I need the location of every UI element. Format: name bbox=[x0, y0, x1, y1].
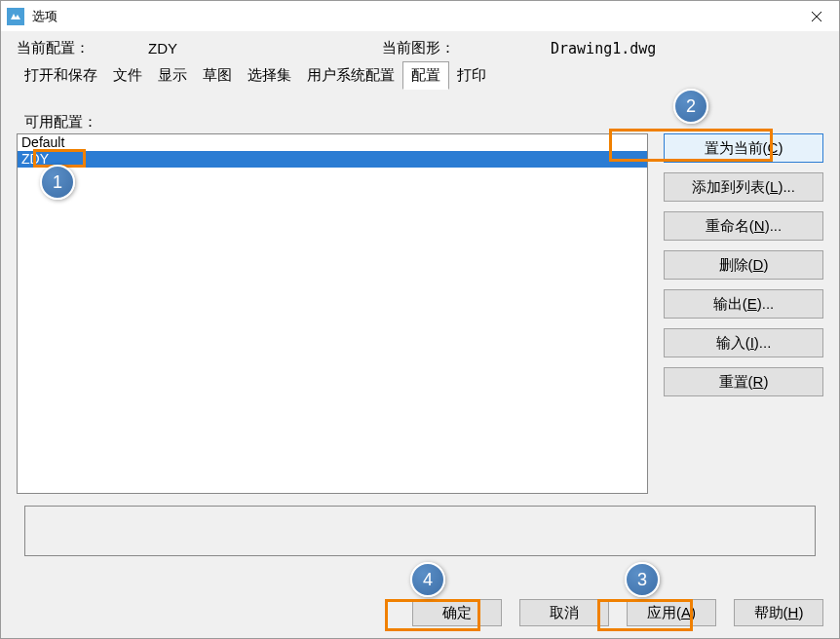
tab-open-save[interactable]: 打开和保存 bbox=[17, 62, 105, 89]
tab-draft[interactable]: 草图 bbox=[195, 62, 240, 89]
add-to-list-button[interactable]: 添加到列表(L)... bbox=[664, 172, 823, 202]
info-row: 当前配置： ZDY 当前图形： Drawing1.dwg bbox=[1, 31, 839, 61]
tab-selection[interactable]: 选择集 bbox=[240, 62, 299, 89]
titlebar: 选项 bbox=[1, 1, 839, 31]
current-drawing-value: Drawing1.dwg bbox=[551, 40, 656, 57]
window-title: 选项 bbox=[32, 8, 57, 25]
tab-config[interactable]: 配置 bbox=[402, 61, 449, 90]
current-config-label: 当前配置： bbox=[17, 39, 90, 57]
rename-button[interactable]: 重命名(N)... bbox=[664, 211, 823, 241]
list-item[interactable]: ZDY bbox=[18, 151, 647, 168]
current-drawing-label: 当前图形： bbox=[382, 39, 455, 57]
ok-button[interactable]: 确定 bbox=[412, 599, 502, 626]
help-button[interactable]: 帮助(H) bbox=[734, 599, 823, 626]
delete-button[interactable]: 删除(D) bbox=[664, 250, 823, 280]
callout-3: 3 bbox=[625, 562, 660, 597]
reset-button[interactable]: 重置(R) bbox=[664, 367, 823, 396]
cancel-button[interactable]: 取消 bbox=[519, 599, 609, 626]
main-area: Default ZDY 置为当前(C) 添加到列表(L)... 重命名(N)..… bbox=[17, 133, 823, 494]
tab-print[interactable]: 打印 bbox=[449, 62, 494, 89]
app-icon bbox=[7, 8, 24, 25]
list-item[interactable]: Default bbox=[18, 134, 647, 151]
callout-4: 4 bbox=[410, 562, 445, 597]
apply-button[interactable]: 应用(A) bbox=[627, 599, 716, 626]
available-config-label: 可用配置： bbox=[24, 113, 823, 132]
tabs: 打开和保存 文件 显示 草图 选择集 用户系统配置 配置 打印 bbox=[1, 61, 839, 90]
description-box bbox=[24, 506, 816, 556]
config-listbox[interactable]: Default ZDY bbox=[17, 133, 648, 494]
export-button[interactable]: 输出(E)... bbox=[664, 289, 823, 319]
content-area: 可用配置： Default ZDY 置为当前(C) 添加到列表(L)... 重命… bbox=[1, 90, 839, 556]
close-button[interactable] bbox=[794, 1, 839, 31]
tab-user-sys[interactable]: 用户系统配置 bbox=[299, 62, 402, 89]
tab-display[interactable]: 显示 bbox=[150, 62, 195, 89]
footer-buttons: 确定 取消 应用(A) 帮助(H) bbox=[412, 599, 823, 626]
set-current-button[interactable]: 置为当前(C) bbox=[664, 133, 823, 163]
current-config-value: ZDY bbox=[148, 40, 177, 56]
import-button[interactable]: 输入(I)... bbox=[664, 328, 823, 357]
side-buttons: 置为当前(C) 添加到列表(L)... 重命名(N)... 删除(D) 输出(E… bbox=[664, 133, 823, 396]
tab-file[interactable]: 文件 bbox=[105, 62, 150, 89]
